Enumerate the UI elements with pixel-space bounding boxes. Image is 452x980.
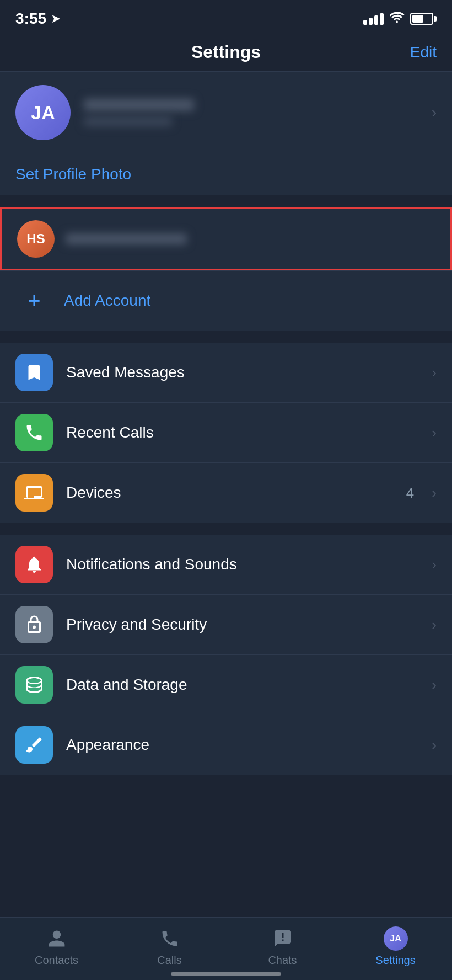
settings-tab-avatar: JA [384, 926, 408, 951]
contacts-tab-icon [45, 926, 69, 951]
signal-bars [363, 13, 384, 25]
settings-tab-label: Settings [375, 954, 415, 967]
menu-item-recent-calls[interactable]: Recent Calls › [0, 403, 452, 463]
account-section: HS + Add Account [0, 207, 452, 331]
profile-name [84, 99, 194, 111]
saved-messages-chevron: › [432, 364, 437, 381]
secondary-account-item[interactable]: HS [0, 207, 452, 270]
recent-calls-chevron: › [432, 424, 437, 441]
set-profile-photo-section[interactable]: Set Profile Photo [0, 153, 452, 195]
status-bar: 3:55 ➤ [0, 0, 452, 33]
notifications-icon [15, 546, 53, 583]
appearance-icon [15, 726, 53, 764]
tab-settings[interactable]: JA Settings [339, 926, 452, 967]
content-bottom-pad [0, 775, 452, 874]
devices-label: Devices [66, 484, 393, 502]
data-icon [15, 666, 53, 704]
chats-tab-label: Chats [268, 954, 297, 967]
devices-icon [15, 474, 53, 512]
menu-item-data[interactable]: Data and Storage › [0, 655, 452, 715]
devices-chevron: › [432, 484, 437, 502]
profile-info [84, 99, 418, 126]
menu-section-2: Notifications and Sounds › Privacy and S… [0, 535, 452, 775]
wifi-icon [389, 11, 405, 26]
appearance-label: Appearance [66, 736, 418, 754]
edit-button[interactable]: Edit [410, 44, 437, 61]
battery-icon [410, 13, 437, 25]
devices-badge: 4 [406, 484, 414, 502]
calls-tab-icon [158, 926, 182, 951]
location-icon: ➤ [51, 12, 61, 26]
section-gap-3 [0, 523, 452, 535]
saved-messages-icon [15, 354, 53, 391]
recent-calls-label: Recent Calls [66, 424, 418, 441]
menu-item-privacy[interactable]: Privacy and Security › [0, 595, 452, 655]
avatar: JA [15, 85, 71, 140]
nav-header: Settings Edit [0, 33, 452, 71]
menu-section-1: Saved Messages › Recent Calls › Devices … [0, 343, 452, 523]
section-gap-1 [0, 195, 452, 207]
calls-tab-label: Calls [157, 954, 181, 967]
profile-chevron-icon: › [432, 104, 437, 121]
notifications-label: Notifications and Sounds [66, 556, 418, 573]
status-icons [363, 11, 437, 26]
menu-item-appearance[interactable]: Appearance › [0, 715, 452, 775]
menu-item-saved-messages[interactable]: Saved Messages › [0, 343, 452, 403]
secondary-account-avatar: HS [17, 220, 55, 258]
privacy-icon [15, 606, 53, 643]
tab-chats[interactable]: Chats [226, 926, 339, 967]
chats-tab-icon [271, 926, 295, 951]
add-account-item[interactable]: + Add Account [0, 271, 452, 331]
data-chevron: › [432, 677, 437, 694]
tab-contacts[interactable]: Contacts [0, 926, 113, 967]
recent-calls-icon [15, 414, 53, 451]
home-indicator [171, 972, 281, 976]
secondary-account-name [66, 233, 187, 244]
privacy-label: Privacy and Security [66, 616, 418, 633]
contacts-tab-label: Contacts [35, 954, 78, 967]
profile-phone [84, 116, 172, 126]
tab-calls[interactable]: Calls [113, 926, 226, 967]
privacy-chevron: › [432, 616, 437, 633]
menu-item-notifications[interactable]: Notifications and Sounds › [0, 535, 452, 595]
tab-bar: Contacts Calls Chats JA Settings [0, 917, 452, 980]
add-account-label: Add Account [64, 292, 150, 310]
status-time: 3:55 [15, 10, 46, 28]
page-title: Settings [191, 42, 261, 62]
appearance-chevron: › [432, 737, 437, 754]
set-profile-photo-label: Set Profile Photo [15, 166, 131, 183]
section-gap-2 [0, 331, 452, 343]
data-label: Data and Storage [66, 676, 418, 694]
saved-messages-label: Saved Messages [66, 364, 418, 381]
profile-section[interactable]: JA › [0, 72, 452, 153]
menu-item-devices[interactable]: Devices 4 › [0, 463, 452, 523]
notifications-chevron: › [432, 556, 437, 573]
add-account-icon: + [15, 282, 53, 319]
